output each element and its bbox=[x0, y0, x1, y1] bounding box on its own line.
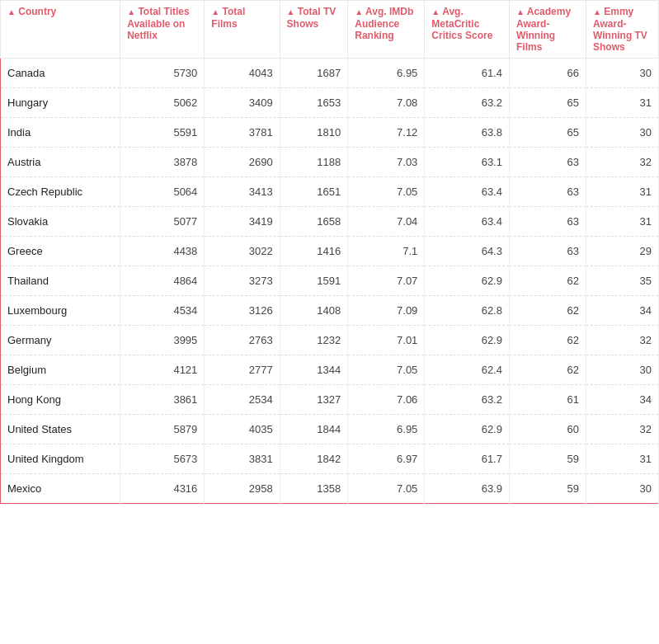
col-header-meta[interactable]: ▲ Avg. MetaCritic Critics Score bbox=[425, 1, 510, 59]
table-row: Mexico4316295813587.0563.95930 bbox=[1, 474, 659, 504]
cell-academy: 61 bbox=[509, 385, 586, 415]
cell-imdb: 7.01 bbox=[348, 326, 425, 355]
cell-meta: 62.9 bbox=[425, 326, 510, 355]
cell-imdb: 7.04 bbox=[348, 207, 425, 237]
col-header-imdb[interactable]: ▲ Avg. IMDb Audience Ranking bbox=[348, 1, 425, 59]
cell-films: 3781 bbox=[205, 118, 280, 148]
cell-imdb: 7.09 bbox=[348, 296, 425, 326]
cell-emmy: 31 bbox=[586, 207, 659, 237]
table-row: Luxembourg4534312614087.0962.86234 bbox=[1, 296, 659, 326]
cell-titles: 5673 bbox=[120, 444, 205, 474]
cell-academy: 63 bbox=[509, 177, 586, 207]
cell-titles: 4121 bbox=[120, 355, 205, 385]
table-row: Slovakia5077341916587.0463.46331 bbox=[1, 207, 659, 237]
cell-meta: 63.1 bbox=[425, 148, 510, 177]
cell-country: Hungary bbox=[1, 88, 120, 118]
col-header-emmy[interactable]: ▲ Emmy Award-Winning TV Shows bbox=[586, 1, 659, 59]
cell-films: 2777 bbox=[205, 355, 280, 385]
cell-titles: 5730 bbox=[120, 59, 205, 88]
cell-films: 4043 bbox=[205, 59, 280, 88]
table-row: Germany3995276312327.0162.96232 bbox=[1, 326, 659, 355]
cell-imdb: 7.03 bbox=[348, 148, 425, 177]
cell-imdb: 6.97 bbox=[348, 444, 425, 474]
cell-titles: 5077 bbox=[120, 207, 205, 237]
col-header-films[interactable]: ▲ Total Films bbox=[205, 1, 280, 59]
table-row: Czech Republic5064341316517.0563.46331 bbox=[1, 177, 659, 207]
cell-academy: 63 bbox=[509, 148, 586, 177]
cell-titles: 5064 bbox=[120, 177, 205, 207]
col-header-tv[interactable]: ▲ Total TV Shows bbox=[280, 1, 348, 59]
cell-titles: 4438 bbox=[120, 237, 205, 266]
sort-icon-films: ▲ bbox=[211, 7, 219, 16]
cell-academy: 62 bbox=[509, 266, 586, 296]
table-row: Thailand4864327315917.0762.96235 bbox=[1, 266, 659, 296]
cell-emmy: 30 bbox=[586, 118, 659, 148]
cell-imdb: 7.1 bbox=[348, 237, 425, 266]
cell-meta: 62.8 bbox=[425, 296, 510, 326]
cell-films: 2763 bbox=[205, 326, 280, 355]
cell-meta: 62.9 bbox=[425, 415, 510, 444]
cell-films: 2958 bbox=[205, 474, 280, 504]
cell-titles: 5062 bbox=[120, 88, 205, 118]
cell-tv: 1653 bbox=[280, 88, 348, 118]
cell-titles: 4534 bbox=[120, 296, 205, 326]
cell-academy: 62 bbox=[509, 326, 586, 355]
table-container: ▲ Country▲ Total Titles Available on Net… bbox=[0, 0, 659, 504]
cell-emmy: 35 bbox=[586, 266, 659, 296]
table-body: Canada5730404316876.9561.46630Hungary506… bbox=[1, 59, 659, 504]
cell-country: Greece bbox=[1, 237, 120, 266]
cell-tv: 1232 bbox=[280, 326, 348, 355]
cell-country: Hong Kong bbox=[1, 385, 120, 415]
cell-films: 4035 bbox=[205, 415, 280, 444]
cell-meta: 63.9 bbox=[425, 474, 510, 504]
cell-emmy: 32 bbox=[586, 326, 659, 355]
cell-films: 3126 bbox=[205, 296, 280, 326]
cell-imdb: 7.05 bbox=[348, 355, 425, 385]
cell-emmy: 29 bbox=[586, 237, 659, 266]
cell-titles: 4864 bbox=[120, 266, 205, 296]
table-row: Hungary5062340916537.0863.26531 bbox=[1, 88, 659, 118]
cell-country: Slovakia bbox=[1, 207, 120, 237]
table-row: Austria3878269011887.0363.16332 bbox=[1, 148, 659, 177]
cell-meta: 61.4 bbox=[425, 59, 510, 88]
cell-tv: 1687 bbox=[280, 59, 348, 88]
cell-academy: 66 bbox=[509, 59, 586, 88]
cell-country: Czech Republic bbox=[1, 177, 120, 207]
cell-tv: 1344 bbox=[280, 355, 348, 385]
cell-emmy: 31 bbox=[586, 444, 659, 474]
cell-tv: 1591 bbox=[280, 266, 348, 296]
sort-icon-emmy: ▲ bbox=[593, 7, 601, 16]
cell-imdb: 7.08 bbox=[348, 88, 425, 118]
table-row: Canada5730404316876.9561.46630 bbox=[1, 59, 659, 88]
cell-tv: 1188 bbox=[280, 148, 348, 177]
cell-academy: 59 bbox=[509, 474, 586, 504]
cell-films: 3419 bbox=[205, 207, 280, 237]
cell-films: 3831 bbox=[205, 444, 280, 474]
cell-academy: 65 bbox=[509, 118, 586, 148]
cell-imdb: 7.06 bbox=[348, 385, 425, 415]
cell-tv: 1658 bbox=[280, 207, 348, 237]
cell-tv: 1408 bbox=[280, 296, 348, 326]
col-header-country[interactable]: ▲ Country bbox=[1, 1, 120, 59]
cell-meta: 63.4 bbox=[425, 207, 510, 237]
cell-imdb: 6.95 bbox=[348, 415, 425, 444]
cell-country: Canada bbox=[1, 59, 120, 88]
cell-academy: 63 bbox=[509, 207, 586, 237]
cell-country: United Kingdom bbox=[1, 444, 120, 474]
cell-tv: 1327 bbox=[280, 385, 348, 415]
table-header-row: ▲ Country▲ Total Titles Available on Net… bbox=[1, 1, 659, 59]
col-header-academy[interactable]: ▲ Academy Award-Winning Films bbox=[509, 1, 586, 59]
cell-tv: 1358 bbox=[280, 474, 348, 504]
sort-icon-tv: ▲ bbox=[287, 7, 295, 16]
cell-imdb: 7.12 bbox=[348, 118, 425, 148]
table-row: Belgium4121277713447.0562.46230 bbox=[1, 355, 659, 385]
cell-emmy: 30 bbox=[586, 355, 659, 385]
cell-emmy: 34 bbox=[586, 296, 659, 326]
cell-country: Germany bbox=[1, 326, 120, 355]
cell-country: Austria bbox=[1, 148, 120, 177]
cell-titles: 5591 bbox=[120, 118, 205, 148]
cell-titles: 4316 bbox=[120, 474, 205, 504]
col-header-titles[interactable]: ▲ Total Titles Available on Netflix bbox=[120, 1, 205, 59]
cell-titles: 3878 bbox=[120, 148, 205, 177]
cell-meta: 64.3 bbox=[425, 237, 510, 266]
